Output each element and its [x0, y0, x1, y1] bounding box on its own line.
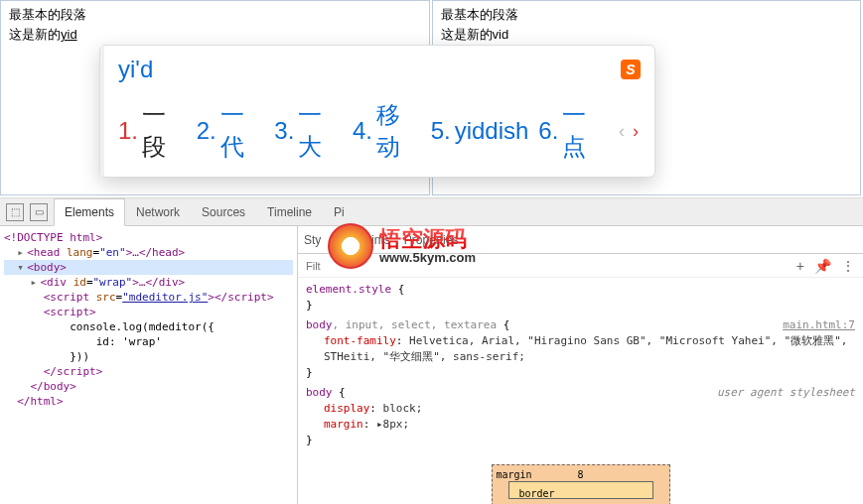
tab-timeline[interactable]: Timeline — [256, 198, 323, 226]
subtab-properties[interactable]: Properties — [404, 233, 459, 247]
menu-icon[interactable]: ⋮ — [841, 258, 855, 274]
candidate-word[interactable]: 一段 — [142, 99, 187, 163]
dom-text[interactable]: id: 'wrap' — [4, 334, 293, 349]
devtools-toolbar: ⬚ ▭ Elements Network Sources Timeline Pi — [0, 198, 863, 226]
text: 这是新的 — [9, 27, 61, 42]
dom-node[interactable]: <script src="mdeditor.js"></script> — [4, 290, 293, 305]
styles-rules[interactable]: element.style {} main.html:7 body, input… — [298, 278, 863, 504]
paragraph: 最基本的段落 — [9, 5, 421, 25]
style-rule[interactable]: element.style {} — [306, 282, 855, 314]
pin-icon[interactable]: 📌 — [814, 258, 831, 274]
subtab-breakpoints[interactable]: reakpoints — [335, 233, 389, 247]
ime-candidates[interactable]: 1.一段 2.一代 3.一大 4.移动 5.yiddish 6.一点 ‹ › — [100, 89, 654, 177]
dom-node[interactable]: </body> — [4, 379, 293, 394]
paragraph: 最基本的段落 — [441, 5, 853, 25]
ime-input-text: yi'd — [118, 56, 153, 83]
dom-tree[interactable]: <!DOCTYPE html> ▸<head lang="en">…</head… — [0, 226, 298, 504]
box-model[interactable]: margin 8 border — [492, 464, 670, 504]
chevron-left-icon[interactable]: ‹ — [617, 121, 627, 142]
ime-candidate-window[interactable]: yi'd S 1.一段 2.一代 3.一大 4.移动 5.yiddish 6.一… — [99, 45, 655, 178]
candidate-word[interactable]: 一点 — [562, 99, 607, 163]
tab-network[interactable]: Network — [125, 198, 191, 226]
styles-filter-bar: + 📌 ⋮ — [298, 254, 863, 278]
style-rule[interactable]: user agent stylesheet body { display: bl… — [306, 385, 855, 448]
candidate-word[interactable]: 一代 — [220, 99, 265, 163]
paragraph-editing[interactable]: 这是新的yid — [9, 25, 421, 45]
add-rule-icon[interactable]: + — [796, 258, 804, 274]
candidate-number: 4. — [353, 117, 372, 145]
ime-composition-text: yid — [61, 27, 77, 42]
dom-text[interactable]: })) — [4, 349, 293, 364]
sogou-logo-icon: S — [621, 60, 641, 79]
dom-node[interactable]: ▸<div id="wrap">…</div> — [4, 275, 293, 290]
candidate-word[interactable]: 移动 — [376, 99, 421, 163]
candidate-number: 5. — [431, 117, 451, 145]
inspect-element-icon[interactable]: ⬚ — [6, 203, 24, 221]
dom-node[interactable]: </html> — [4, 394, 293, 409]
candidate-number: 1. — [118, 117, 138, 145]
candidate-word[interactable]: yiddish — [455, 117, 529, 145]
styles-panel: Sty reakpoints Properties + 📌 ⋮ element.… — [298, 226, 863, 504]
candidate-word[interactable]: 一大 — [298, 99, 343, 163]
devtools-panel: ⬚ ▭ Elements Network Sources Timeline Pi… — [0, 198, 863, 504]
border-label: border — [519, 488, 555, 499]
styles-subtabs: Sty reakpoints Properties — [298, 226, 863, 254]
subtab-styles[interactable]: Sty — [304, 233, 321, 247]
dom-text[interactable]: console.log(mdeditor({ — [4, 319, 293, 334]
dom-node[interactable]: ▸<head lang="en">…</head> — [4, 245, 293, 260]
candidate-number: 3. — [274, 117, 294, 145]
tab-more[interactable]: Pi — [323, 198, 356, 226]
dom-node[interactable]: <script> — [4, 305, 293, 319]
filter-input[interactable] — [306, 260, 365, 272]
stylesheet-source: user agent stylesheet — [717, 385, 855, 401]
candidate-number: 6. — [538, 117, 558, 145]
chevron-right-icon[interactable]: › — [631, 121, 641, 142]
device-mode-icon[interactable]: ▭ — [30, 203, 48, 221]
paragraph: 这是新的vid — [441, 25, 853, 45]
style-rule[interactable]: main.html:7 body, input, select, textare… — [306, 317, 855, 381]
tab-elements[interactable]: Elements — [54, 198, 125, 226]
tab-sources[interactable]: Sources — [191, 198, 256, 226]
dom-node-selected[interactable]: ▾<body> — [4, 260, 293, 275]
dom-node[interactable]: </script> — [4, 364, 293, 379]
source-link[interactable]: main.html:7 — [783, 317, 855, 333]
dom-node[interactable]: <!DOCTYPE html> — [4, 230, 293, 245]
candidate-number: 2. — [197, 117, 216, 145]
